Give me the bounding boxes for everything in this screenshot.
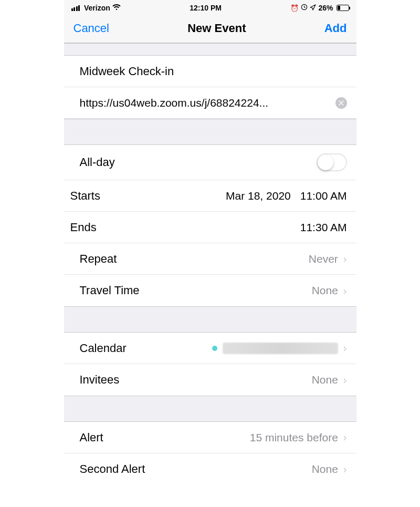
calendar-name-blurred [223,343,338,354]
second-alert-label: Second Alert [80,462,145,476]
chevron-right-icon: › [343,342,347,354]
ends-time: 11:30 AM [300,221,347,234]
travel-time-label: Travel Time [80,284,140,297]
alert-row[interactable]: Alert 15 minutes before › [64,422,356,453]
calendar-row[interactable]: Calendar › [64,333,356,364]
alert-value: 15 minutes before [250,431,338,444]
alarm-icon: ⏰ [290,4,299,12]
add-button[interactable]: Add [324,22,347,35]
page-title: New Event [187,22,246,35]
starts-label: Starts [70,189,100,203]
invitees-row[interactable]: Invitees None › [64,364,356,396]
all-day-toggle[interactable] [317,153,347,171]
event-title-row[interactable] [64,56,356,87]
carrier-label: Verizon [84,4,110,12]
travel-time-value: None [312,284,338,297]
alert-label: Alert [80,431,103,444]
chevron-right-icon: › [343,463,347,475]
all-day-label: All-day [80,156,115,169]
second-alert-row[interactable]: Second Alert None › [64,453,356,485]
repeat-row[interactable]: Repeat Never › [64,243,356,275]
wifi-icon [112,4,121,12]
repeat-label: Repeat [80,252,117,266]
clear-location-button[interactable] [335,97,347,109]
chevron-right-icon: › [343,253,347,265]
event-location-row[interactable]: https://us04web.zoom.us/j/68824224... [64,87,356,119]
invitees-label: Invitees [80,373,120,387]
all-day-row: All-day [64,145,356,180]
starts-row[interactable]: Starts Mar 18, 2020 11:00 AM [64,180,356,212]
chevron-right-icon: › [343,285,347,297]
calendar-label: Calendar [80,342,127,355]
chevron-right-icon: › [343,431,347,443]
second-alert-value: None [312,463,338,475]
starts-date: Mar 18, 2020 [226,190,291,202]
chevron-right-icon: › [343,374,347,386]
signal-bars-icon [71,5,80,11]
rotation-lock-icon [301,4,308,12]
travel-time-row[interactable]: Travel Time None › [64,275,356,306]
ends-row[interactable]: Ends 11:30 AM [64,212,356,243]
nav-bar: Cancel New Event Add [64,14,356,43]
battery-percent: 26% [318,4,333,12]
status-time: 12:10 PM [121,4,291,12]
calendar-color-dot [212,346,217,351]
status-bar: Verizon 12:10 PM ⏰ 26% [64,0,356,14]
location-arrow-icon [310,4,316,12]
repeat-value: Never [309,253,338,265]
cancel-button[interactable]: Cancel [74,22,109,35]
invitees-value: None [312,374,338,386]
event-title-input[interactable] [74,65,347,78]
battery-icon [337,5,349,11]
ends-label: Ends [70,221,97,234]
event-location-text[interactable]: https://us04web.zoom.us/j/68824224... [74,97,330,109]
starts-time: 11:00 AM [300,190,347,202]
